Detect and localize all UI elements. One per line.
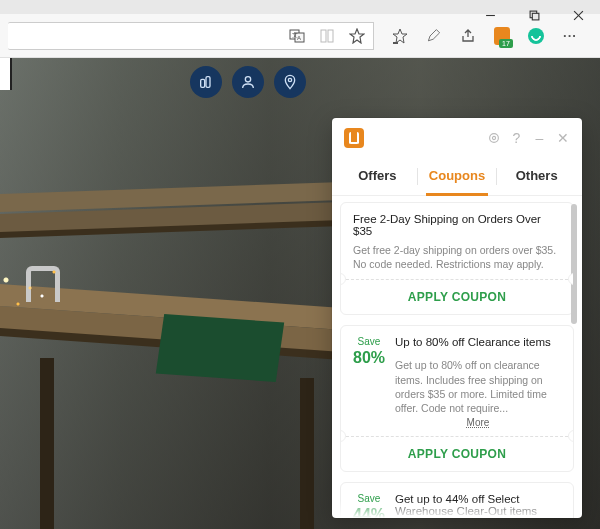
svg-marker-11	[350, 29, 364, 43]
svg-point-19	[492, 136, 495, 139]
svg-rect-10	[328, 30, 333, 42]
coupon-extension-icon[interactable]	[494, 28, 510, 44]
url-input[interactable]	[8, 22, 281, 50]
coupon-description: Get free 2-day shipping on orders over $…	[353, 243, 561, 271]
coupon-list[interactable]: Free 2-Day Shipping on Orders Over $35 G…	[332, 196, 582, 518]
favorites-list-icon[interactable]	[392, 28, 408, 44]
favorite-star-icon[interactable]	[349, 28, 365, 44]
svg-rect-14	[201, 79, 205, 87]
list-fade-overlay	[340, 500, 568, 518]
svg-point-16	[245, 77, 250, 82]
coupon-title: Up to 80% off Clearance items	[395, 336, 561, 348]
more-link[interactable]: More	[395, 417, 561, 428]
popup-tabs: Offers Coupons Others	[332, 158, 582, 196]
share-icon[interactable]	[460, 28, 476, 44]
omnibox-actions: 文A	[281, 22, 374, 50]
account-button[interactable]	[232, 66, 264, 98]
settings-gear-icon[interactable]	[486, 131, 501, 146]
coupon-extension-popup: ? – ✕ Offers Coupons Others Free 2-Day S…	[332, 118, 582, 518]
popup-close-icon[interactable]: ✕	[555, 131, 570, 146]
svg-rect-9	[321, 30, 326, 42]
translate-icon[interactable]: 文A	[289, 28, 305, 44]
site-logo-edge	[0, 58, 12, 90]
more-menu-button[interactable]: ···	[562, 28, 578, 44]
coupon-description: Get up to 80% off on clearance items. In…	[395, 358, 561, 415]
site-header-buttons	[190, 66, 306, 98]
coupon-card: Save80% Up to 80% off Clearance items Ge…	[340, 325, 574, 472]
svg-rect-15	[206, 77, 210, 88]
svg-point-17	[288, 78, 291, 81]
tab-offers[interactable]: Offers	[338, 158, 417, 195]
window-maximize-button[interactable]	[512, 0, 556, 30]
coupon-card: Free 2-Day Shipping on Orders Over $35 G…	[340, 202, 574, 315]
window-minimize-button[interactable]	[468, 0, 512, 30]
coupon-title: Free 2-Day Shipping on Orders Over $35	[353, 213, 561, 237]
webpage-content: ? – ✕ Offers Coupons Others Free 2-Day S…	[0, 58, 600, 529]
products-button[interactable]	[190, 66, 222, 98]
window-controls	[468, 0, 600, 30]
svg-text:A: A	[297, 35, 301, 41]
grammarly-extension-icon[interactable]	[528, 28, 544, 44]
tab-coupons[interactable]: Coupons	[418, 158, 497, 195]
coupon-discount: Save80%	[353, 336, 385, 428]
popup-minimize-icon[interactable]: –	[532, 131, 547, 146]
apply-coupon-button[interactable]: APPLY COUPON	[341, 279, 573, 314]
svg-point-18	[489, 134, 498, 143]
location-button[interactable]	[274, 66, 306, 98]
window-close-button[interactable]	[556, 0, 600, 30]
scrollbar-track[interactable]	[572, 196, 580, 518]
popup-logo-icon	[344, 128, 364, 148]
svg-marker-12	[393, 29, 407, 43]
tab-others[interactable]: Others	[497, 158, 576, 195]
svg-rect-2	[532, 13, 539, 20]
pen-icon[interactable]	[426, 28, 442, 44]
help-icon[interactable]: ?	[509, 131, 524, 146]
popup-header: ? – ✕	[332, 118, 582, 158]
reader-icon[interactable]	[319, 28, 335, 44]
apply-coupon-button[interactable]: APPLY COUPON	[341, 436, 573, 471]
